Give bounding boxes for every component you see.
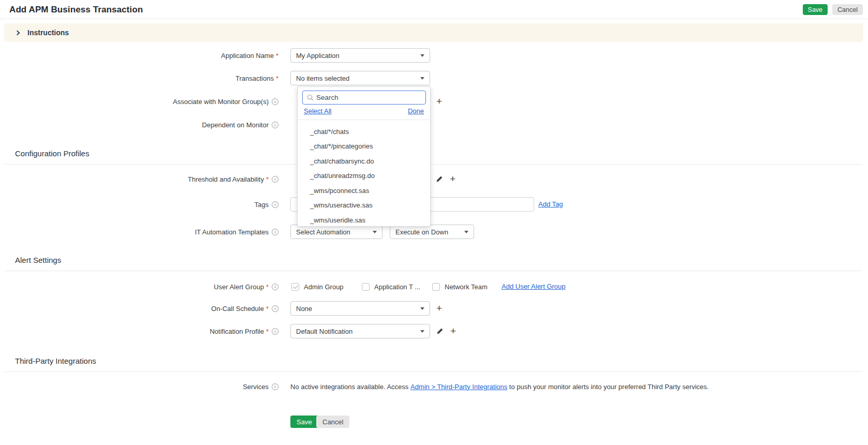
info-icon: i: [272, 98, 278, 105]
transaction-option[interactable]: _chat/*/chats: [298, 124, 430, 139]
user-alert-group-label: User Alert Group* i: [0, 279, 278, 294]
instructions-label: Instructions: [27, 28, 69, 37]
transaction-option[interactable]: _chat/chatbarsync.do: [298, 154, 430, 169]
cancel-button[interactable]: Cancel: [316, 416, 349, 428]
checkbox-unchecked-icon[interactable]: [362, 283, 370, 291]
panel-links: Select All Done: [304, 107, 424, 115]
add-monitor-group-button[interactable]: +: [436, 94, 442, 109]
add-threshold-profile-button[interactable]: +: [450, 172, 455, 186]
chevron-down-icon: [464, 231, 468, 233]
application-name-select[interactable]: My Application: [290, 48, 430, 63]
section-divider: [5, 372, 863, 372]
notification-profile-select[interactable]: Default Notification: [290, 324, 430, 338]
dependent-monitor-label: Dependent on Monitor i: [0, 117, 278, 132]
tags-label: Tags i: [0, 197, 278, 212]
transaction-option[interactable]: _wms/pconnect.sas: [298, 183, 430, 198]
threshold-row: Threshold and Availability* i +: [0, 172, 868, 186]
info-icon: i: [272, 201, 278, 208]
page-header: Add APM Business Transaction Save Cancel: [0, 0, 868, 19]
configuration-profiles-title: Configuration Profiles: [15, 149, 89, 158]
search-box[interactable]: [302, 91, 426, 105]
required-mark: *: [266, 283, 269, 291]
threshold-label: Threshold and Availability* i: [0, 172, 278, 186]
add-tag-link[interactable]: Add Tag: [538, 200, 563, 208]
search-input[interactable]: [316, 94, 425, 101]
search-icon: [307, 94, 314, 101]
info-icon: i: [272, 122, 278, 128]
chevron-right-icon: [15, 30, 20, 35]
info-icon: i: [272, 383, 278, 390]
admin-third-party-integrations-link[interactable]: Admin > Third-Party Integrations: [410, 383, 507, 391]
transaction-option[interactable]: _wms/useractive.sas: [298, 198, 430, 213]
on-call-schedule-row: On-Call Schedule* i None +: [0, 301, 868, 316]
footer-actions: Save Cancel: [0, 416, 868, 430]
transactions-select[interactable]: No items selected: [290, 71, 430, 85]
checkbox-checked-icon[interactable]: [291, 283, 299, 291]
chevron-down-icon: [420, 77, 424, 80]
transactions-option-list: _chat/*/chats _chat/*/pincategories _cha…: [298, 120, 430, 226]
chevron-down-icon: [420, 330, 424, 333]
section-divider: [5, 271, 863, 271]
section-divider: [5, 164, 863, 165]
transactions-row: Transactions* No items selected: [0, 71, 868, 85]
save-button[interactable]: Save: [290, 416, 318, 428]
checkbox-network-team[interactable]: Network Team: [432, 279, 488, 294]
automation-execute-select[interactable]: Execute on Down: [390, 225, 474, 239]
save-button[interactable]: Save: [803, 4, 828, 15]
edit-pencil-icon[interactable]: [436, 328, 444, 335]
automation-label: IT Automation Templates i: [0, 225, 278, 239]
checkbox-admin-group[interactable]: Admin Group: [291, 279, 344, 294]
cancel-button[interactable]: Cancel: [832, 4, 863, 15]
tags-row: Tags i Add Tag: [0, 197, 868, 212]
transaction-option[interactable]: _chat/unreadzmsg.do: [298, 169, 430, 184]
application-name-label: Application Name*: [0, 48, 278, 63]
info-icon: i: [272, 176, 278, 183]
required-mark: *: [266, 175, 269, 183]
alert-settings-title: Alert Settings: [15, 256, 61, 264]
add-apm-business-transaction-page: Add APM Business Transaction Save Cancel…: [0, 0, 868, 445]
edit-pencil-icon[interactable]: [436, 175, 443, 183]
on-call-schedule-label: On-Call Schedule* i: [0, 301, 278, 316]
notification-profile-row: Notification Profile* i Default Notifica…: [0, 324, 868, 338]
chevron-down-icon: [420, 54, 424, 57]
transactions-label: Transactions*: [0, 71, 278, 85]
transaction-option[interactable]: _wms/useridle.sas: [298, 213, 430, 226]
third-party-integrations-title: Third-Party Integrations: [15, 357, 96, 365]
user-alert-group-row: User Alert Group* i Admin Group Applicat…: [0, 279, 868, 294]
services-row: Services i No active integrations availa…: [0, 379, 868, 394]
transaction-option[interactable]: _chat/*/pincategories: [298, 139, 430, 154]
header-actions: Save Cancel: [803, 4, 863, 15]
monitor-groups-label: Associate with Monitor Group(s) i: [0, 94, 278, 109]
checkbox-unchecked-icon[interactable]: [432, 283, 440, 291]
required-mark: *: [276, 52, 278, 60]
services-text: No active integrations available. Access…: [290, 379, 709, 394]
add-user-alert-group-link[interactable]: Add User Alert Group: [502, 283, 566, 290]
notification-profile-label: Notification Profile* i: [0, 324, 278, 338]
chevron-down-icon: [373, 231, 377, 233]
done-link[interactable]: Done: [408, 107, 424, 115]
add-on-call-schedule-button[interactable]: +: [436, 301, 442, 316]
application-name-row: Application Name* My Application: [0, 48, 868, 63]
transactions-dropdown-panel: Select All Done _chat/*/chats _chat/*/pi…: [297, 86, 431, 227]
dependent-monitor-row: Dependent on Monitor i: [0, 117, 868, 132]
instructions-collapsible[interactable]: Instructions: [4, 23, 863, 42]
add-notification-profile-button[interactable]: +: [450, 324, 456, 338]
services-label: Services i: [0, 379, 278, 394]
required-mark: *: [266, 328, 269, 335]
info-icon: i: [272, 229, 278, 235]
monitor-groups-row: Associate with Monitor Group(s) i +: [0, 94, 868, 109]
automation-row: IT Automation Templates i Select Automat…: [0, 225, 868, 239]
on-call-schedule-select[interactable]: None: [290, 301, 430, 316]
info-icon: i: [272, 305, 278, 312]
chevron-down-icon: [420, 307, 424, 310]
info-icon: i: [272, 328, 278, 335]
select-all-link[interactable]: Select All: [304, 107, 331, 115]
page-title: Add APM Business Transaction: [9, 5, 143, 15]
info-icon: i: [272, 284, 278, 290]
automation-template-select[interactable]: Select Automation: [290, 225, 382, 239]
required-mark: *: [266, 305, 269, 313]
checkbox-application-team[interactable]: Application T ...: [362, 279, 420, 294]
required-mark: *: [276, 75, 278, 82]
